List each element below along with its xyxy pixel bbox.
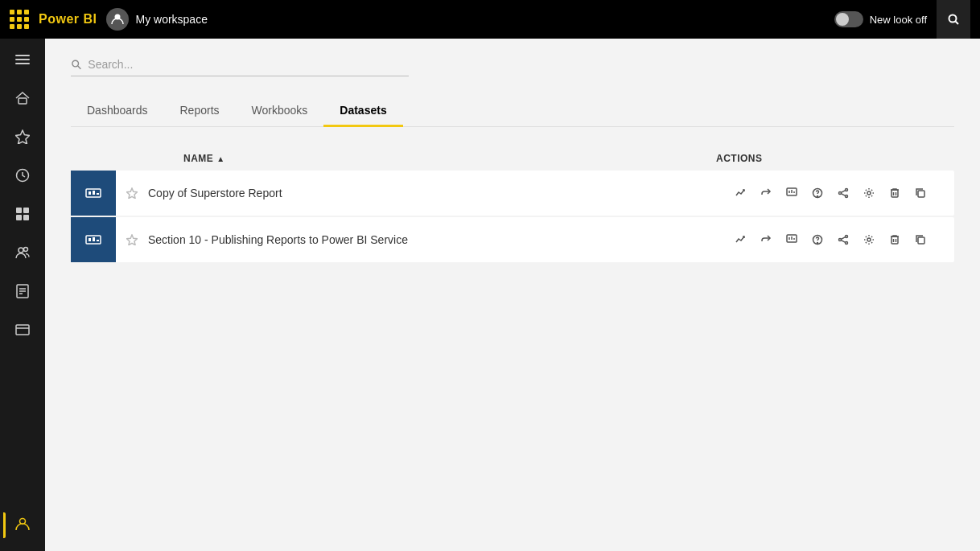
row-actions [729, 228, 954, 251]
svg-rect-48 [97, 240, 99, 241]
sidebar-item-recent[interactable] [3, 158, 42, 196]
row-name[interactable]: Section 10 - Publishing Reports to Power… [148, 233, 729, 246]
topbar: Power BI My workspace New look off [0, 0, 980, 39]
qa-icon[interactable] [806, 182, 829, 204]
search-input[interactable] [88, 58, 409, 71]
clock-icon [15, 168, 30, 187]
new-look-toggle[interactable]: New look off [834, 11, 927, 27]
sidebar-item-profile[interactable] [3, 506, 42, 545]
svg-marker-49 [127, 235, 138, 245]
tab-dashboards[interactable]: Dashboards [71, 96, 164, 127]
svg-line-39 [841, 194, 845, 196]
share-icon[interactable] [755, 182, 777, 204]
svg-point-14 [24, 247, 28, 251]
sidebar-item-apps[interactable] [3, 196, 42, 235]
svg-point-34 [817, 196, 818, 197]
profile-icon [15, 516, 30, 535]
tabs: Dashboards Reports Workbooks Datasets [71, 96, 954, 127]
toggle-switch[interactable] [834, 11, 863, 27]
svg-point-58 [846, 242, 848, 245]
new-look-label: New look off [870, 14, 927, 26]
svg-rect-46 [89, 238, 91, 241]
svg-point-1 [949, 15, 957, 23]
apps-icon [15, 207, 30, 225]
search-button[interactable] [937, 0, 970, 39]
svg-point-57 [839, 239, 842, 241]
row-icon-box [71, 171, 116, 216]
sidebar-item-learn[interactable] [3, 273, 42, 312]
delete-icon[interactable] [883, 228, 906, 251]
table-header: NAME ▲ ACTIONS [71, 146, 954, 171]
quickinsights-icon[interactable] [780, 182, 803, 204]
svg-marker-28 [127, 188, 138, 199]
delete-icon[interactable] [883, 182, 906, 204]
svg-line-23 [78, 66, 81, 69]
qa-icon[interactable] [806, 228, 829, 251]
sidebar-item-workspace[interactable] [3, 312, 42, 351]
svg-rect-4 [15, 59, 30, 60]
svg-line-59 [841, 237, 845, 240]
copy-icon[interactable] [909, 182, 932, 204]
tab-workbooks[interactable]: Workbooks [236, 96, 324, 127]
sidebar-item-home[interactable] [3, 80, 42, 119]
sidebar [0, 39, 45, 551]
svg-point-40 [867, 191, 871, 195]
toggle-knob [836, 13, 849, 26]
workspace-label: My workspace [135, 13, 207, 26]
quickinsights-icon[interactable] [780, 228, 803, 251]
hamburger-icon [15, 52, 30, 71]
sidebar-item-shared[interactable] [3, 235, 42, 273]
col-name-label: NAME [183, 153, 213, 164]
svg-rect-12 [23, 215, 29, 220]
share2-icon[interactable] [832, 182, 854, 204]
row-icon-box [71, 217, 116, 262]
svg-rect-5 [15, 63, 30, 64]
people-icon [15, 245, 30, 264]
share2-icon[interactable] [832, 228, 854, 251]
copy-icon[interactable] [909, 228, 932, 251]
analyze-icon[interactable] [729, 228, 751, 251]
sidebar-item-hamburger[interactable] [3, 42, 42, 80]
tab-reports[interactable]: Reports [164, 96, 236, 127]
tab-datasets[interactable]: Datasets [323, 96, 402, 127]
svg-rect-6 [19, 98, 27, 104]
powerbi-logo: Power BI [39, 12, 97, 27]
svg-point-56 [846, 236, 848, 238]
svg-rect-62 [891, 236, 898, 244]
workspace-selector[interactable]: My workspace [106, 8, 207, 31]
svg-line-38 [841, 191, 845, 193]
favorite-button[interactable] [116, 187, 148, 199]
svg-point-36 [839, 192, 842, 195]
search-bar[interactable] [71, 58, 409, 76]
svg-rect-19 [16, 325, 29, 335]
svg-rect-26 [93, 191, 95, 195]
svg-rect-65 [918, 237, 924, 244]
svg-point-13 [19, 248, 23, 253]
main-content: Dashboards Reports Workbooks Datasets NA… [45, 39, 980, 551]
sidebar-item-favorites[interactable] [3, 119, 42, 158]
svg-rect-3 [15, 55, 30, 56]
svg-rect-41 [891, 190, 898, 197]
table-row: Copy of Superstore Report [71, 171, 954, 216]
svg-line-60 [841, 241, 845, 243]
avatar [106, 8, 129, 31]
settings-icon[interactable] [858, 182, 880, 204]
row-name[interactable]: Copy of Superstore Report [148, 187, 729, 199]
favorite-button[interactable] [116, 234, 148, 245]
svg-rect-47 [93, 237, 95, 241]
svg-rect-44 [918, 191, 924, 197]
star-icon [15, 130, 30, 148]
svg-rect-25 [89, 191, 91, 195]
svg-point-22 [72, 60, 79, 67]
share-icon[interactable] [755, 228, 777, 251]
svg-rect-9 [16, 208, 22, 213]
analyze-icon[interactable] [729, 182, 751, 204]
settings-icon[interactable] [858, 228, 880, 251]
svg-point-55 [817, 243, 818, 244]
app-launcher-button[interactable] [10, 10, 29, 29]
svg-rect-11 [16, 215, 22, 220]
svg-rect-10 [23, 208, 29, 213]
svg-point-61 [867, 238, 871, 241]
sort-asc-icon[interactable]: ▲ [216, 154, 224, 163]
col-actions-label: ACTIONS [716, 153, 763, 164]
